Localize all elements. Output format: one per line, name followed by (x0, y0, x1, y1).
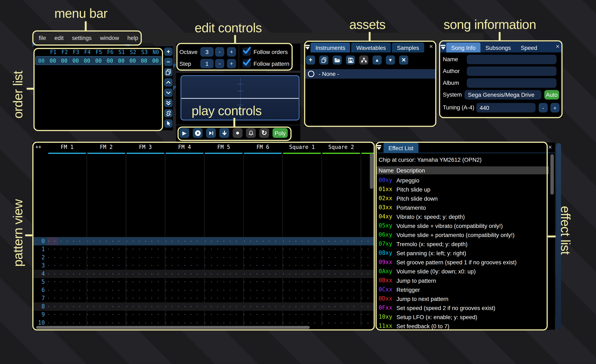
move-order-down-button[interactable] (164, 88, 172, 97)
pattern-cell[interactable]: · · · · · · · · · · · · · (241, 255, 280, 260)
pattern-cell[interactable]: · · · · · · · · · · · · · (84, 320, 123, 326)
pattern-cell[interactable]: · · · · · · · · · · · · · (45, 287, 84, 293)
order-cell[interactable]: 00 (81, 58, 93, 64)
pattern-rows[interactable]: 0· · · · · · · · · · · · ·· · · · · · · … (32, 237, 374, 327)
effect-row[interactable]: 08xySet panning (x: left; y: right) (376, 248, 555, 257)
pattern-cell[interactable]: · · · · · · · · · · · · · (358, 247, 374, 252)
pattern-cell[interactable]: · · · · · · · · · · · · · (123, 271, 162, 277)
channel-header-fm-1[interactable]: FM 1 (48, 144, 87, 152)
pattern-cell[interactable]: · · · · · · · · · · · · · (201, 312, 240, 317)
effect-list-scrollbar[interactable] (551, 154, 554, 195)
play-button[interactable]: ▶ (179, 128, 189, 138)
window-menu-icon[interactable] (376, 143, 382, 153)
menu-item-help[interactable]: help (123, 35, 142, 41)
pattern-cell[interactable]: · · · · · · · · · · · · · (84, 263, 123, 268)
follow-orders-checkbox[interactable] (243, 48, 251, 56)
effect-row[interactable]: 11xxSet feedback (0 to 7) (376, 321, 555, 330)
pattern-cell[interactable]: · · · · · · · · · · · · · (162, 304, 201, 309)
octave-value[interactable]: 3 (200, 47, 214, 57)
pattern-cell[interactable]: · · · · · · · · · · · · · (319, 247, 358, 252)
pattern-cell[interactable]: · · · · · · · · · · · · · (319, 255, 358, 260)
add-asset-button[interactable]: + (306, 55, 315, 65)
pattern-row[interactable]: 9· · · · · · · · · · · · ·· · · · · · · … (32, 311, 374, 319)
pattern-cell[interactable]: · · · · · · · · · · · · · (358, 255, 374, 260)
pattern-cell[interactable]: · · · · · · · · · · · · · (280, 296, 319, 301)
pattern-cell[interactable]: · · · · · · · · · · · · · (84, 304, 123, 309)
order-cell[interactable]: 00 (93, 58, 104, 64)
move-order-up-button[interactable] (164, 78, 172, 87)
pattern-cell[interactable]: · · · · · · · · · · · · · (201, 239, 240, 244)
pattern-cell[interactable]: · · · · · · · · · · · · · (280, 304, 319, 309)
pattern-cell[interactable]: · · · · · · · · · · · · · (162, 296, 201, 301)
pattern-cell[interactable]: · · · · · · · · · · · · · (280, 312, 319, 317)
menu-item-file[interactable]: file (35, 35, 50, 41)
tab-effect-list[interactable]: Effect List (383, 143, 418, 153)
system-select[interactable]: Sega Genesis/Mega Drive (464, 90, 541, 100)
pattern-cell[interactable]: · · · · · · · · · · · · · (280, 320, 319, 326)
pattern-cell[interactable]: · · · · · · · · · · · · · (319, 263, 358, 268)
pattern-cell[interactable]: · · · · · · · · · · · · · (162, 279, 201, 284)
channel-header-fm-3[interactable]: FM 3 (126, 144, 165, 152)
pattern-cell[interactable]: · · · · · · · · · · · · · (319, 304, 358, 309)
tab-speed[interactable]: Speed (516, 43, 542, 52)
effect-row[interactable]: 05xyVolume slide + vibrato (compatibilit… (376, 221, 555, 230)
effect-row[interactable]: 09xxSet groove pattern (speed 1 if no gr… (376, 257, 555, 267)
pattern-row[interactable]: 3· · · · · · · · · · · · ·· · · · · · · … (32, 262, 374, 270)
pattern-cell[interactable]: · · · · · · · · · · · · · (358, 279, 374, 284)
pattern-cell[interactable]: · · · · · · · · · · · · · (280, 279, 319, 284)
pattern-cell[interactable]: · · · · · · · · · · · · · (241, 304, 280, 309)
close-icon[interactable]: × (556, 43, 559, 51)
pattern-cell[interactable]: · · · · · · · · · · · · · (319, 312, 358, 317)
record-button[interactable]: ● (233, 128, 243, 138)
pattern-cell[interactable]: · · · · · · · · · · · · · (241, 296, 280, 301)
step-minus-button[interactable]: - (215, 59, 224, 68)
octave-minus-button[interactable]: - (215, 47, 224, 57)
pattern-cell[interactable]: · · · · · · · · · · · · · (123, 287, 162, 293)
pattern-cell[interactable]: · · · · · · · · · · · · · (123, 296, 162, 301)
pattern-cell[interactable]: · · · · · · · · · · · · · (84, 271, 123, 277)
pattern-cell[interactable]: · · · · · · · · · · · · · (162, 263, 201, 268)
step-plus-button[interactable]: + (227, 59, 236, 68)
pattern-cell[interactable]: · · · · · · · · · · · · · (280, 255, 319, 260)
pattern-cell[interactable]: · · · · · · · · · · · · · (241, 247, 280, 252)
open-asset-button[interactable] (333, 55, 342, 65)
pattern-cell[interactable]: · · · · · · · · · · · · · (84, 247, 123, 252)
pattern-cell[interactable]: · · · · · · · · · · · · · (319, 271, 358, 277)
effect-row[interactable]: 06xyVolume slide + portamento (compatibi… (376, 230, 555, 239)
order-cell[interactable]: 00 (138, 58, 150, 64)
pattern-cell[interactable]: · · · · · · · · · · · · · (162, 255, 201, 260)
pattern-cell[interactable]: · · · · · · · · · · · · · (201, 287, 240, 293)
window-menu-icon[interactable] (304, 42, 310, 52)
metronome-button[interactable] (246, 128, 256, 138)
pattern-cell[interactable]: · · · · · · · · · · · · · (358, 312, 374, 317)
pattern-cell[interactable]: · · · · · · · · · · · · · (45, 304, 84, 309)
menu-item-window[interactable]: window (96, 35, 123, 41)
add-order-button[interactable]: + (164, 48, 172, 56)
pattern-cell[interactable]: · · · · · · · · · · · · · (84, 296, 123, 301)
pattern-cell[interactable]: · · · · · · · · · · · · · (45, 320, 84, 326)
album-field[interactable] (467, 78, 557, 88)
tab-wavetables[interactable]: Wavetables (351, 43, 391, 52)
pattern-row[interactable]: 7· · · · · · · · · · · · ·· · · · · · · … (32, 294, 374, 302)
pattern-cell[interactable]: · · · · · · · · · · · · · (280, 271, 319, 277)
pattern-cell[interactable]: · · · · · · · · · · · · · (45, 239, 84, 244)
pattern-cell[interactable]: · · · · · · · · · · · · · (45, 296, 84, 301)
effect-row[interactable]: 02xxPitch slide down (376, 194, 555, 203)
pattern-row[interactable]: 0· · · · · · · · · · · · ·· · · · · · · … (32, 237, 374, 245)
pattern-cell[interactable]: · · · · · · · · · · · · · (201, 304, 240, 309)
pattern-cell[interactable]: · · · · · · · · · · · · · (201, 279, 240, 284)
pattern-cell[interactable]: · · · · · · · · · · · · · (358, 296, 374, 301)
pattern-cell[interactable]: · · · · · · · · · · · · · (162, 287, 201, 293)
pattern-cell[interactable]: · · · · · · · · · · · · · (162, 271, 201, 277)
pattern-cell[interactable]: · · · · · · · · · · · · · (241, 287, 280, 293)
channel-header-sq[interactable]: Sq (361, 144, 374, 152)
order-cell[interactable]: 00 (150, 58, 161, 64)
menu-item-edit[interactable]: edit (50, 35, 68, 41)
pattern-cell[interactable]: · · · · · · · · · · · · · (241, 239, 280, 244)
effect-row[interactable]: 07xyTremolo (x: speed; y: depth) (376, 239, 555, 248)
effect-row[interactable]: 04xyVibrato (x: speed; y: depth) (376, 212, 555, 221)
pattern-row[interactable]: 4· · · · · · · · · · · · ·· · · · · · · … (32, 270, 374, 278)
pattern-cell[interactable]: · · · · · · · · · · · · · (280, 287, 319, 293)
channel-header-fm-5[interactable]: FM 5 (204, 144, 243, 152)
channel-header-fm-6[interactable]: FM 6 (243, 144, 283, 152)
